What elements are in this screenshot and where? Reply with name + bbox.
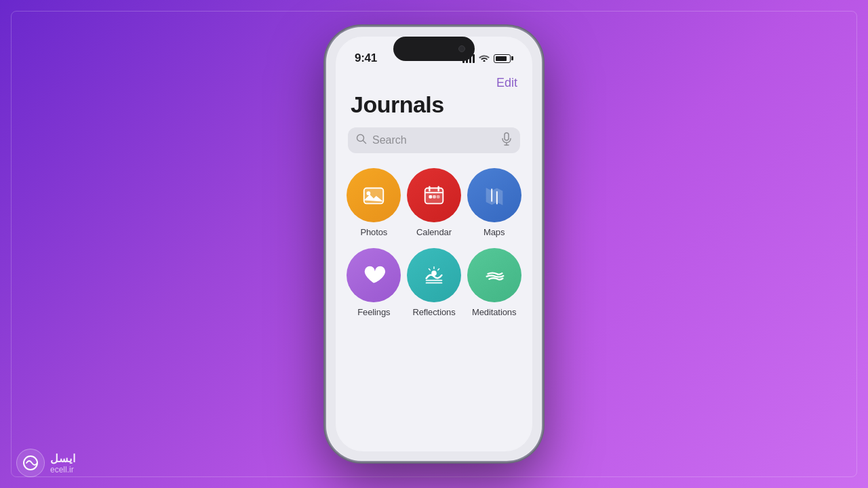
microphone-icon[interactable] <box>501 132 512 149</box>
status-time: 9:41 <box>355 52 377 65</box>
app-content: Edit Journals Search <box>336 70 532 451</box>
watermark-text: ایسل ecell.ir <box>50 452 76 474</box>
svg-line-1 <box>363 141 366 144</box>
app-grid: Photos <box>336 165 532 317</box>
search-bar[interactable]: Search <box>348 127 520 153</box>
watermark-logo <box>16 449 45 477</box>
app-item-reflections[interactable]: Reflections <box>407 248 462 317</box>
app-item-meditations[interactable]: Meditations <box>467 248 521 317</box>
feelings-icon <box>347 248 401 302</box>
svg-line-23 <box>429 269 430 270</box>
edit-button[interactable]: Edit <box>496 76 517 90</box>
app-label-feelings: Feelings <box>357 307 390 317</box>
dynamic-island <box>393 37 475 61</box>
app-label-reflections: Reflections <box>412 307 455 317</box>
svg-rect-10 <box>425 192 443 193</box>
phone-frame: 9:41 <box>326 27 542 461</box>
svg-point-24 <box>24 456 37 470</box>
search-placeholder: Search <box>372 134 496 146</box>
app-item-maps[interactable]: Maps <box>467 168 521 237</box>
app-item-feelings[interactable]: Feelings <box>347 248 401 317</box>
maps-icon <box>467 168 521 222</box>
svg-point-20 <box>431 270 437 276</box>
svg-line-22 <box>438 269 439 270</box>
calendar-icon <box>407 168 461 222</box>
battery-icon <box>494 54 513 63</box>
app-item-photos[interactable]: Photos <box>347 168 401 237</box>
photos-icon <box>347 168 401 222</box>
svg-point-7 <box>367 191 371 195</box>
watermark: ایسل ecell.ir <box>16 449 76 477</box>
phone-screen: 9:41 <box>336 37 532 451</box>
svg-rect-2 <box>505 133 509 140</box>
meditations-icon <box>467 248 521 302</box>
app-header: Edit <box>336 76 532 90</box>
search-icon <box>356 134 367 147</box>
app-label-calendar: Calendar <box>416 227 452 237</box>
app-item-calendar[interactable]: Calendar <box>407 168 462 237</box>
camera-dot <box>458 45 465 52</box>
app-label-photos: Photos <box>360 227 387 237</box>
app-label-maps: Maps <box>484 227 505 237</box>
svg-rect-14 <box>433 195 436 199</box>
app-label-meditations: Meditations <box>472 307 516 317</box>
wifi-icon <box>479 53 490 64</box>
page-title: Journals <box>336 90 532 127</box>
svg-rect-15 <box>437 195 440 199</box>
svg-rect-13 <box>429 195 432 199</box>
reflections-icon <box>407 248 461 302</box>
